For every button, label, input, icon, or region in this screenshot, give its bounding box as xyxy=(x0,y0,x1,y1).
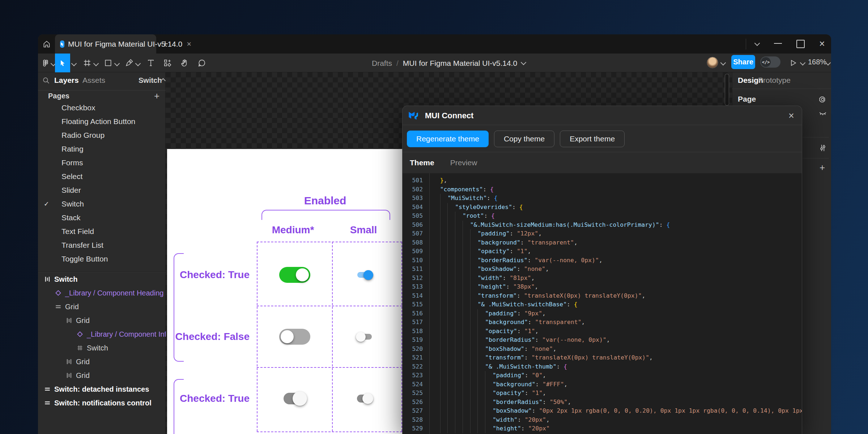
layer-item[interactable]: Switch xyxy=(38,341,166,355)
maximize-icon[interactable] xyxy=(796,40,805,48)
layer-item[interactable]: Grid xyxy=(38,369,166,382)
code-token: : xyxy=(567,301,574,308)
modal-close-icon[interactable]: × xyxy=(786,110,797,121)
layer-item[interactable]: Grid xyxy=(38,314,166,327)
window-close-icon[interactable]: × xyxy=(817,38,827,50)
blend-eye-icon[interactable] xyxy=(817,94,828,105)
file-menu-chevron-icon[interactable] xyxy=(521,59,527,65)
line-number: 511 xyxy=(403,265,423,274)
home-button[interactable] xyxy=(38,34,55,54)
actions-tool-button[interactable] xyxy=(162,54,173,72)
new-tab-button[interactable]: + xyxy=(159,38,171,50)
indent-guide xyxy=(433,265,440,274)
indent-guide xyxy=(440,212,448,221)
canvas-scrollbar[interactable] xyxy=(725,74,729,106)
row-label[interactable]: Checked: True xyxy=(166,268,250,282)
indent-guide xyxy=(455,407,463,416)
main-menu-button[interactable] xyxy=(39,54,51,72)
page-item[interactable]: Text Field xyxy=(38,225,166,238)
add-style-button[interactable]: + xyxy=(820,162,825,173)
eye-closed-icon[interactable] xyxy=(817,108,828,119)
theme-code-editor[interactable]: 501},502"components": {503"MuiSwitch": {… xyxy=(403,173,802,434)
layer-search-term[interactable]: Switch xyxy=(139,76,162,85)
switch-toggle[interactable] xyxy=(357,334,372,340)
indent-guide xyxy=(455,353,463,362)
switch-toggle[interactable] xyxy=(357,272,372,278)
add-page-button[interactable]: + xyxy=(154,90,159,102)
variables-sliders-icon[interactable] xyxy=(817,142,828,153)
column-label-small[interactable]: Small xyxy=(327,224,400,236)
dev-mode-toggle[interactable]: </> xyxy=(760,56,780,68)
copy-theme-button[interactable]: Copy theme xyxy=(494,131,554,147)
switch-toggle[interactable] xyxy=(357,395,372,403)
line-number: 501 xyxy=(403,176,423,185)
page-item[interactable]: Toggle Button xyxy=(38,252,166,266)
frame-tool-button[interactable] xyxy=(82,54,93,72)
tab-preview[interactable]: Preview xyxy=(450,158,477,167)
breadcrumb-folder[interactable]: Drafts xyxy=(372,59,392,68)
pen-tool-button[interactable] xyxy=(124,54,135,72)
tab-theme[interactable]: Theme xyxy=(410,158,434,167)
column-label-medium[interactable]: Medium* xyxy=(257,224,329,236)
layer-item[interactable]: Switch: notifications control xyxy=(38,396,166,410)
code-text: "padding": "0", xyxy=(433,371,546,380)
page-item[interactable]: Forms xyxy=(38,156,166,170)
code-token: "1" xyxy=(517,248,528,255)
indent-guide xyxy=(455,238,463,247)
switch-toggle[interactable] xyxy=(284,393,306,404)
indent-guide xyxy=(455,416,463,425)
indent-guide xyxy=(477,318,485,327)
indent-guide xyxy=(463,265,470,274)
comment-tool-button[interactable] xyxy=(196,54,207,72)
text-tool-button[interactable] xyxy=(145,54,156,72)
zoom-level[interactable]: 168% xyxy=(808,58,826,66)
layer-item[interactable]: Switch: detached instances xyxy=(38,382,166,396)
code-token: : xyxy=(524,354,532,361)
layer-item[interactable]: _Library / Component Information xyxy=(38,327,166,341)
enabled-group-label[interactable]: Enabled xyxy=(271,195,379,207)
code-token: { xyxy=(519,204,523,210)
page-item[interactable]: Select xyxy=(38,170,166,183)
export-theme-button[interactable]: Export theme xyxy=(560,131,625,147)
minimize-icon[interactable] xyxy=(774,43,782,44)
tab-assets[interactable]: Assets xyxy=(82,76,105,85)
code-text: "transform": "translateX(0px) translateY… xyxy=(433,292,645,301)
page-item[interactable]: ✓Switch xyxy=(38,197,166,211)
tab-prototype[interactable]: Prototype xyxy=(758,76,791,85)
shape-tool-button[interactable] xyxy=(103,54,114,72)
present-button[interactable] xyxy=(788,54,799,72)
page-item[interactable]: Checkbox xyxy=(38,101,166,115)
line-number: 516 xyxy=(403,309,423,318)
page-item[interactable]: Slider xyxy=(38,183,166,197)
breadcrumb-file[interactable]: MUI for Figma Material UI-v5.14.0 xyxy=(403,59,517,68)
switch-toggle[interactable] xyxy=(279,267,310,283)
layer-item[interactable]: Grid xyxy=(38,300,166,314)
file-tab[interactable]: MUI for Figma Material UI-v5.14.0 × xyxy=(55,34,156,54)
row-label[interactable]: Checked: True xyxy=(166,391,250,406)
tab-layers[interactable]: Layers xyxy=(54,76,79,85)
avatar[interactable] xyxy=(707,57,718,68)
page-item[interactable]: Floating Action Button xyxy=(38,115,166,128)
page-item[interactable]: Rating xyxy=(38,142,166,156)
move-tool-button[interactable] xyxy=(55,54,70,72)
share-button[interactable]: Share xyxy=(731,55,755,69)
hand-tool-button[interactable] xyxy=(179,54,190,72)
indent-guide xyxy=(433,371,440,380)
tab-close-icon[interactable]: × xyxy=(187,40,191,48)
page-item[interactable]: Transfer List xyxy=(38,238,166,252)
diamond-icon xyxy=(76,330,84,338)
indent-guide xyxy=(447,362,455,371)
page-item[interactable]: Stack xyxy=(38,211,166,225)
regenerate-theme-button[interactable]: Regenerate theme xyxy=(407,131,489,147)
switch-toggle[interactable] xyxy=(279,329,310,345)
page-item[interactable]: Radio Group xyxy=(38,128,166,142)
row-label[interactable]: Checked: False xyxy=(166,329,250,344)
figma-logo-icon xyxy=(41,59,50,67)
layer-item[interactable]: Switch xyxy=(38,272,166,286)
layer-item[interactable]: Grid xyxy=(38,355,166,369)
code-token: { xyxy=(574,301,578,308)
search-icon[interactable] xyxy=(42,77,50,86)
layer-item[interactable]: _Library / Component Heading xyxy=(38,286,166,300)
indent-guide xyxy=(433,389,440,398)
indent-guide xyxy=(433,398,440,407)
